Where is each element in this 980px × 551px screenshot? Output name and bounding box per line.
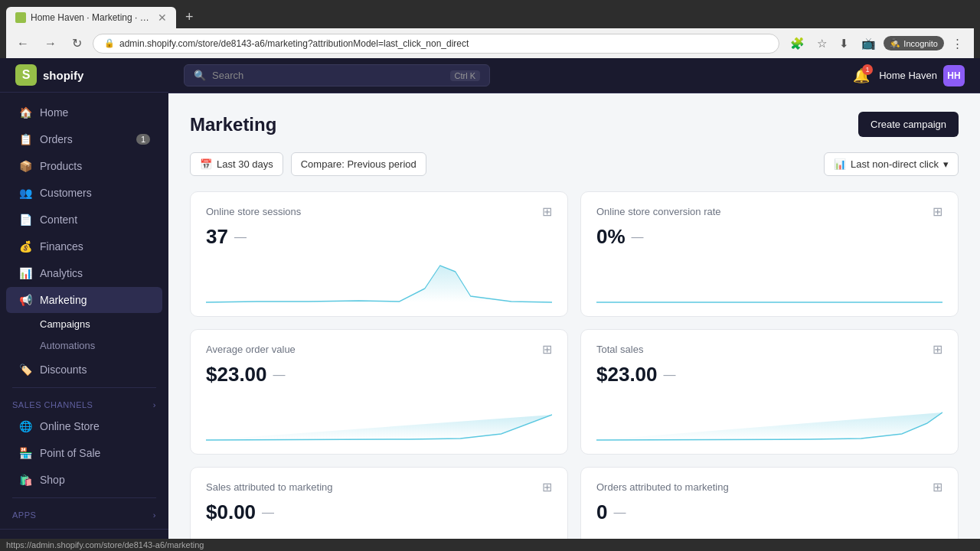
sidebar-item-finances[interactable]: 💰 Finances	[6, 233, 162, 259]
shop-icon: 🛍️	[18, 473, 32, 487]
orders-attributed-info-button[interactable]: ⊞	[933, 480, 942, 494]
incognito-label: Incognito	[903, 39, 938, 48]
browser-tabs: Home Haven · Marketing · Sho... ✕ +	[6, 6, 974, 28]
date-range-label: Last 30 days	[217, 158, 273, 170]
notification-button[interactable]: 🔔 1	[853, 67, 870, 84]
menu-button[interactable]: ⋮	[947, 34, 968, 54]
total-sales-number: $23.00	[596, 363, 658, 386]
sidebar-item-orders[interactable]: 📋 Orders 1	[6, 126, 162, 152]
sidebar-item-content[interactable]: 📄 Content	[6, 207, 162, 233]
sidebar-item-point-of-sale[interactable]: 🏪 Point of Sale	[6, 440, 162, 466]
total-sales-card-title: Total sales	[596, 344, 643, 355]
sidebar-item-label-orders: Orders	[40, 133, 73, 145]
filters-bar: 📅 Last 30 days Compare: Previous period …	[190, 152, 959, 176]
extensions-button[interactable]: 🧩	[786, 34, 809, 54]
sales-attributed-info-button[interactable]: ⊞	[542, 480, 552, 494]
sidebar-item-label-products: Products	[40, 160, 82, 172]
sales-channels-expand-icon[interactable]: ›	[153, 400, 156, 409]
shopify-logo-text: shopify	[43, 69, 83, 82]
aov-dash: —	[273, 368, 286, 382]
create-campaign-button[interactable]: Create campaign	[858, 112, 959, 137]
browser-toolbar: ← → ↻ 🔒 admin.shopify.com/store/de8143-a…	[6, 28, 974, 58]
metric-card-aov: Average order value ⊞ $23.00 —	[190, 329, 568, 455]
sales-attributed-card-title: Sales attributed to marketing	[206, 481, 332, 493]
metric-card-orders-attributed: Orders attributed to marketing ⊞ 0 —	[580, 467, 959, 539]
sidebar-item-label-home: Home	[40, 106, 68, 119]
sidebar-item-online-store[interactable]: 🌐 Online Store	[6, 413, 162, 439]
orders-attributed-number: 0	[596, 500, 607, 524]
sidebar-item-label-analytics: Analytics	[40, 267, 83, 279]
bookmark-button[interactable]: ☆	[812, 34, 831, 54]
main-content: Marketing Create campaign 📅 Last 30 days…	[168, 93, 980, 539]
orders-attributed-card-title: Orders attributed to marketing	[596, 481, 729, 493]
orders-icon: 📋	[18, 132, 32, 146]
aov-card-title: Average order value	[206, 344, 296, 355]
card-header-orders-attributed: Orders attributed to marketing ⊞	[596, 480, 942, 494]
sidebar-item-home[interactable]: 🏠 Home	[6, 99, 162, 126]
store-badge[interactable]: Home Haven HH	[879, 65, 965, 86]
new-tab-button[interactable]: +	[179, 6, 200, 28]
conversion-chart-svg	[596, 258, 942, 304]
cast-button[interactable]: 📺	[857, 34, 880, 54]
conversion-chart	[596, 258, 942, 304]
aov-chart	[206, 396, 552, 442]
sidebar: S shopify 🏠 Home 📋 Orders 1 📦 Products	[0, 58, 168, 539]
sessions-chart	[206, 258, 552, 304]
store-name: Home Haven	[879, 70, 937, 81]
sidebar-item-discounts[interactable]: 🏷️ Discounts	[6, 357, 162, 383]
apps-label-text: Apps	[12, 510, 36, 520]
sidebar-item-label-marketing: Marketing	[40, 294, 87, 306]
sidebar-subitem-campaigns[interactable]: Campaigns	[6, 314, 162, 334]
sidebar-item-label-discounts: Discounts	[40, 364, 87, 376]
incognito-badge: 🕵 Incognito	[884, 36, 944, 51]
card-header-sessions: Online store sessions ⊞	[206, 204, 552, 219]
active-tab[interactable]: Home Haven · Marketing · Sho... ✕	[6, 7, 176, 28]
customers-icon: 👥	[18, 186, 32, 200]
tab-title: Home Haven · Marketing · Sho...	[31, 12, 153, 23]
metrics-grid: Online store sessions ⊞ 37 —	[190, 191, 959, 539]
toolbar-actions: 🧩 ☆ ⬇ 📺 🕵 Incognito ⋮	[786, 34, 968, 54]
sidebar-item-customers[interactable]: 👥 Customers	[6, 180, 162, 206]
apps-expand-icon[interactable]: ›	[153, 510, 156, 520]
conversion-dash: —	[632, 230, 644, 244]
sidebar-item-label-point-of-sale: Point of Sale	[40, 447, 100, 459]
forward-button[interactable]: →	[40, 34, 61, 54]
conversion-value: 0% —	[596, 225, 942, 249]
page-title: Marketing	[190, 114, 276, 135]
sidebar-item-label-shop: Shop	[40, 474, 65, 486]
sidebar-item-shop[interactable]: 🛍️ Shop	[6, 467, 162, 493]
back-button[interactable]: ←	[12, 34, 34, 54]
sidebar-item-analytics[interactable]: 📊 Analytics	[6, 260, 162, 286]
date-range-filter[interactable]: 📅 Last 30 days	[190, 152, 283, 176]
sales-channels-text: Sales channels	[12, 400, 93, 409]
incognito-icon: 🕵	[890, 38, 900, 48]
status-bar: https://admin.shopify.com/store/de8143-a…	[0, 539, 980, 551]
conversion-info-button[interactable]: ⊞	[933, 204, 942, 219]
sidebar-item-marketing[interactable]: 📢 Marketing	[6, 287, 162, 313]
tab-favicon	[15, 12, 26, 23]
main-area: 🔍 Search Ctrl K 🔔 1 Home Haven HH Market…	[168, 58, 980, 539]
address-bar[interactable]: 🔒 admin.shopify.com/store/de8143-a6/mark…	[93, 34, 779, 54]
chevron-down-icon: ▾	[943, 158, 949, 170]
sidebar-divider-2	[12, 497, 156, 498]
sidebar-subitem-automations[interactable]: Automations	[6, 335, 162, 356]
compare-filter[interactable]: Compare: Previous period	[291, 152, 426, 176]
reload-button[interactable]: ↻	[67, 33, 87, 54]
sidebar-item-settings[interactable]: ⚙️ Settings	[6, 538, 162, 539]
total-sales-dash: —	[664, 368, 676, 382]
sessions-info-button[interactable]: ⊞	[542, 204, 552, 219]
total-sales-info-button[interactable]: ⊞	[933, 342, 942, 357]
attribution-filter[interactable]: 📊 Last non-direct click ▾	[824, 152, 959, 176]
store-avatar: HH	[943, 65, 965, 86]
total-sales-value: $23.00 —	[596, 363, 942, 386]
download-button[interactable]: ⬇	[835, 34, 854, 54]
card-header-total-sales: Total sales ⊞	[596, 342, 942, 357]
sessions-dash: —	[234, 230, 247, 244]
aov-info-button[interactable]: ⊞	[542, 342, 552, 357]
page-header: Marketing Create campaign	[190, 112, 959, 137]
lock-icon: 🔒	[104, 38, 115, 48]
tab-close-icon[interactable]: ✕	[158, 11, 167, 24]
sidebar-item-products[interactable]: 📦 Products	[6, 153, 162, 179]
search-bar[interactable]: 🔍 Search Ctrl K	[184, 64, 490, 86]
home-icon: 🏠	[18, 106, 32, 119]
